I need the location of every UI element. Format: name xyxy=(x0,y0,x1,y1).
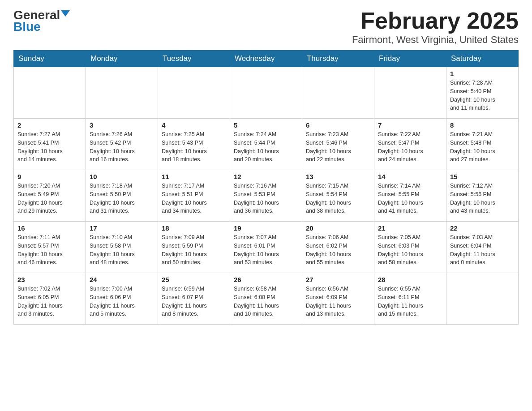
day-number: 19 xyxy=(234,224,298,232)
calendar-cell: 28Sunrise: 6:55 AMSunset: 6:11 PMDayligh… xyxy=(374,273,446,325)
day-number: 21 xyxy=(378,224,442,232)
week-row-4: 16Sunrise: 7:11 AMSunset: 5:57 PMDayligh… xyxy=(14,222,519,273)
calendar-cell: 1Sunrise: 7:28 AMSunset: 5:40 PMDaylight… xyxy=(446,67,518,119)
calendar-header-row: SundayMondayTuesdayWednesdayThursdayFrid… xyxy=(14,51,519,67)
day-info: Sunrise: 7:20 AMSunset: 5:49 PMDaylight:… xyxy=(17,182,82,215)
calendar-cell: 11Sunrise: 7:17 AMSunset: 5:51 PMDayligh… xyxy=(158,170,230,222)
day-number: 17 xyxy=(90,224,154,232)
day-info: Sunrise: 7:18 AMSunset: 5:50 PMDaylight:… xyxy=(90,182,154,215)
day-info: Sunrise: 7:00 AMSunset: 6:06 PMDaylight:… xyxy=(90,285,154,318)
calendar-cell: 10Sunrise: 7:18 AMSunset: 5:50 PMDayligh… xyxy=(86,170,158,222)
day-number: 16 xyxy=(17,224,82,232)
day-info: Sunrise: 6:59 AMSunset: 6:07 PMDaylight:… xyxy=(162,285,226,318)
day-info: Sunrise: 7:25 AMSunset: 5:43 PMDaylight:… xyxy=(162,130,226,164)
calendar-table: SundayMondayTuesdayWednesdayThursdayFrid… xyxy=(13,50,519,325)
logo-blue: Blue xyxy=(13,20,41,34)
title-block: February 2025 Fairmont, West Virginia, U… xyxy=(352,9,519,46)
day-number: 22 xyxy=(450,224,515,232)
day-info: Sunrise: 7:27 AMSunset: 5:41 PMDaylight:… xyxy=(17,130,82,164)
calendar-cell: 8Sunrise: 7:21 AMSunset: 5:48 PMDaylight… xyxy=(446,119,518,170)
logo-triangle-icon xyxy=(61,10,70,17)
calendar-cell: 12Sunrise: 7:16 AMSunset: 5:53 PMDayligh… xyxy=(230,170,302,222)
calendar-cell: 23Sunrise: 7:02 AMSunset: 6:05 PMDayligh… xyxy=(14,273,86,325)
column-header-sunday: Sunday xyxy=(14,51,86,67)
calendar-cell: 27Sunrise: 6:56 AMSunset: 6:09 PMDayligh… xyxy=(302,273,374,325)
column-header-tuesday: Tuesday xyxy=(158,51,230,67)
day-info: Sunrise: 7:21 AMSunset: 5:48 PMDaylight:… xyxy=(450,130,515,164)
calendar-cell: 22Sunrise: 7:03 AMSunset: 6:04 PMDayligh… xyxy=(446,222,518,273)
location-title: Fairmont, West Virginia, United States xyxy=(352,34,519,46)
day-number: 28 xyxy=(378,276,442,283)
calendar-cell: 14Sunrise: 7:14 AMSunset: 5:55 PMDayligh… xyxy=(374,170,446,222)
day-info: Sunrise: 7:24 AMSunset: 5:44 PMDaylight:… xyxy=(234,130,298,164)
column-header-thursday: Thursday xyxy=(302,51,374,67)
calendar-cell: 16Sunrise: 7:11 AMSunset: 5:57 PMDayligh… xyxy=(14,222,86,273)
day-number: 11 xyxy=(162,173,226,180)
day-number: 24 xyxy=(90,276,154,283)
day-info: Sunrise: 7:22 AMSunset: 5:47 PMDaylight:… xyxy=(378,130,442,164)
calendar-cell: 6Sunrise: 7:23 AMSunset: 5:46 PMDaylight… xyxy=(302,119,374,170)
day-info: Sunrise: 7:15 AMSunset: 5:54 PMDaylight:… xyxy=(306,182,370,215)
day-info: Sunrise: 7:16 AMSunset: 5:53 PMDaylight:… xyxy=(234,182,298,215)
day-info: Sunrise: 7:02 AMSunset: 6:05 PMDaylight:… xyxy=(17,285,82,318)
day-info: Sunrise: 6:56 AMSunset: 6:09 PMDaylight:… xyxy=(306,285,370,318)
calendar-cell xyxy=(374,67,446,119)
calendar-cell: 20Sunrise: 7:06 AMSunset: 6:02 PMDayligh… xyxy=(302,222,374,273)
day-number: 25 xyxy=(162,276,226,283)
day-info: Sunrise: 7:10 AMSunset: 5:58 PMDaylight:… xyxy=(90,233,154,267)
page-header: General Blue February 2025 Fairmont, Wes… xyxy=(13,9,519,46)
day-info: Sunrise: 6:55 AMSunset: 6:11 PMDaylight:… xyxy=(378,285,442,318)
calendar-cell xyxy=(86,67,158,119)
logo: General Blue xyxy=(13,9,70,34)
day-number: 26 xyxy=(234,276,298,283)
day-number: 7 xyxy=(378,121,442,129)
calendar-cell xyxy=(446,273,518,325)
week-row-3: 9Sunrise: 7:20 AMSunset: 5:49 PMDaylight… xyxy=(14,170,519,222)
day-number: 18 xyxy=(162,224,226,232)
calendar-cell: 3Sunrise: 7:26 AMSunset: 5:42 PMDaylight… xyxy=(86,119,158,170)
day-info: Sunrise: 7:05 AMSunset: 6:03 PMDaylight:… xyxy=(378,233,442,267)
day-number: 23 xyxy=(17,276,82,283)
calendar-cell xyxy=(302,67,374,119)
day-info: Sunrise: 7:11 AMSunset: 5:57 PMDaylight:… xyxy=(17,233,82,267)
week-row-2: 2Sunrise: 7:27 AMSunset: 5:41 PMDaylight… xyxy=(14,119,519,170)
calendar-cell xyxy=(230,67,302,119)
calendar-cell: 7Sunrise: 7:22 AMSunset: 5:47 PMDaylight… xyxy=(374,119,446,170)
calendar-cell xyxy=(14,67,86,119)
day-info: Sunrise: 7:14 AMSunset: 5:55 PMDaylight:… xyxy=(378,182,442,215)
calendar-cell: 9Sunrise: 7:20 AMSunset: 5:49 PMDaylight… xyxy=(14,170,86,222)
day-info: Sunrise: 7:28 AMSunset: 5:40 PMDaylight:… xyxy=(450,79,515,112)
week-row-5: 23Sunrise: 7:02 AMSunset: 6:05 PMDayligh… xyxy=(14,273,519,325)
day-number: 20 xyxy=(306,224,370,232)
day-info: Sunrise: 7:07 AMSunset: 6:01 PMDaylight:… xyxy=(234,233,298,267)
day-info: Sunrise: 7:09 AMSunset: 5:59 PMDaylight:… xyxy=(162,233,226,267)
calendar-cell: 2Sunrise: 7:27 AMSunset: 5:41 PMDaylight… xyxy=(14,119,86,170)
column-header-wednesday: Wednesday xyxy=(230,51,302,67)
day-info: Sunrise: 7:06 AMSunset: 6:02 PMDaylight:… xyxy=(306,233,370,267)
day-number: 1 xyxy=(450,70,515,77)
day-info: Sunrise: 7:23 AMSunset: 5:46 PMDaylight:… xyxy=(306,130,370,164)
calendar-cell: 4Sunrise: 7:25 AMSunset: 5:43 PMDaylight… xyxy=(158,119,230,170)
column-header-friday: Friday xyxy=(374,51,446,67)
calendar-cell: 17Sunrise: 7:10 AMSunset: 5:58 PMDayligh… xyxy=(86,222,158,273)
day-number: 27 xyxy=(306,276,370,283)
day-number: 13 xyxy=(306,173,370,180)
calendar-cell: 15Sunrise: 7:12 AMSunset: 5:56 PMDayligh… xyxy=(446,170,518,222)
day-number: 3 xyxy=(90,121,154,129)
day-number: 8 xyxy=(450,121,515,129)
day-number: 14 xyxy=(378,173,442,180)
calendar-cell: 13Sunrise: 7:15 AMSunset: 5:54 PMDayligh… xyxy=(302,170,374,222)
column-header-saturday: Saturday xyxy=(446,51,518,67)
day-info: Sunrise: 6:58 AMSunset: 6:08 PMDaylight:… xyxy=(234,285,298,318)
calendar-cell xyxy=(158,67,230,119)
day-info: Sunrise: 7:12 AMSunset: 5:56 PMDaylight:… xyxy=(450,182,515,215)
day-info: Sunrise: 7:03 AMSunset: 6:04 PMDaylight:… xyxy=(450,233,515,267)
calendar-cell: 5Sunrise: 7:24 AMSunset: 5:44 PMDaylight… xyxy=(230,119,302,170)
week-row-1: 1Sunrise: 7:28 AMSunset: 5:40 PMDaylight… xyxy=(14,67,519,119)
day-info: Sunrise: 7:26 AMSunset: 5:42 PMDaylight:… xyxy=(90,130,154,164)
calendar-cell: 25Sunrise: 6:59 AMSunset: 6:07 PMDayligh… xyxy=(158,273,230,325)
day-number: 9 xyxy=(17,173,82,180)
calendar-cell: 26Sunrise: 6:58 AMSunset: 6:08 PMDayligh… xyxy=(230,273,302,325)
calendar-cell: 21Sunrise: 7:05 AMSunset: 6:03 PMDayligh… xyxy=(374,222,446,273)
column-header-monday: Monday xyxy=(86,51,158,67)
